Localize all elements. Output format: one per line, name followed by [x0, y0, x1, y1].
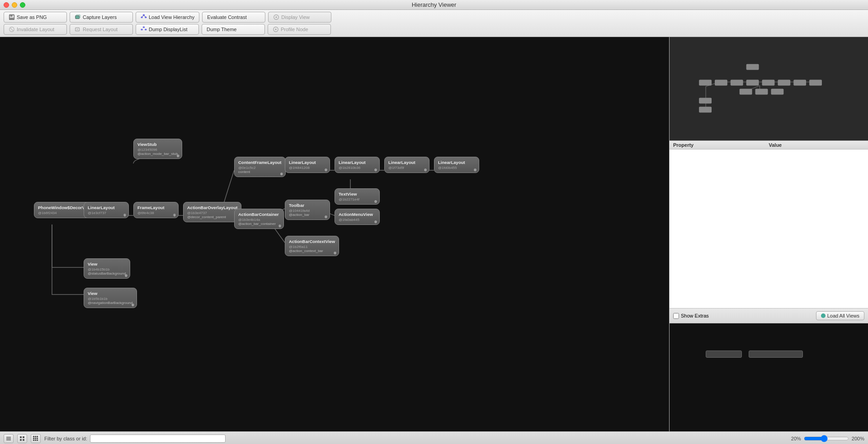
node-fl-title: FrameLayout — [137, 205, 175, 210]
capture-layers-button[interactable]: Capture Layers — [70, 12, 133, 23]
svg-rect-42 — [740, 89, 752, 95]
minimize-button[interactable] — [12, 2, 17, 8]
properties-body[interactable] — [670, 150, 868, 308]
node-cf-title: ContentFrameLayout — [238, 160, 282, 165]
load-all-views-button[interactable]: Load All Views — [816, 311, 864, 320]
node-ll5-id: @1fd0b455 — [438, 166, 475, 170]
node-actionbaroverlay[interactable]: ActionBarOverlayLayout @1b3e4737 @decor_… — [183, 202, 241, 222]
svg-point-11 — [276, 16, 278, 18]
node-viewstub[interactable]: ViewStub @12345096 @action_mode_bar_stub… — [133, 139, 182, 159]
svg-rect-7 — [145, 17, 147, 18]
node-amv-dot: 0 — [374, 220, 377, 223]
node-ll3-id: @1b2810b36 — [339, 166, 376, 170]
invalidate-icon — [9, 26, 15, 33]
node-ll5-dot: 0 — [474, 168, 476, 171]
svg-line-8 — [142, 16, 144, 17]
node-actionmenuview[interactable]: ActionMenuView @1fa0ab445 0 — [335, 209, 380, 225]
node-v1-tag: @statusBarBackground — [88, 271, 126, 276]
svg-rect-56 — [37, 436, 38, 437]
close-button[interactable] — [4, 2, 9, 8]
node-abo-tag: @decor_content_parent — [187, 215, 237, 219]
load-view-hierarchy-button[interactable]: Load View Hierarchy — [136, 12, 199, 23]
request-icon — [75, 26, 81, 33]
status-icon-1[interactable] — [4, 434, 14, 443]
node-abcv-tag: @action_context_bar — [289, 249, 335, 253]
minimap[interactable] — [670, 37, 868, 141]
list-icon — [5, 435, 12, 442]
svg-rect-2 — [10, 18, 14, 19]
node-toolbar[interactable]: Toolbar @10441fa4d @action_bar 0 — [285, 200, 330, 220]
svg-rect-6 — [141, 17, 143, 18]
preview-panel — [670, 323, 868, 431]
node-contentframe[interactable]: ContentFrameLayout @0e1c5c2 content 0 — [234, 157, 286, 177]
svg-rect-34 — [699, 80, 712, 86]
svg-rect-57 — [33, 438, 34, 439]
node-ll2[interactable]: LinearLayout @1f4841208 0 — [285, 157, 330, 173]
filter-input[interactable] — [90, 435, 226, 443]
status-icon-3[interactable] — [31, 434, 41, 443]
node-linearlayout1[interactable]: LinearLayout @1e3cf737 1 — [84, 202, 129, 218]
node-tv-id: @1b2271e4f — [339, 197, 376, 201]
preview-item-2 — [749, 351, 803, 358]
node-cf-tag: content — [238, 170, 282, 174]
toolbar-row-2: Invalidate Layout Request Layout Dump Di… — [4, 24, 864, 35]
grid-icon — [33, 435, 39, 442]
node-amv-title: ActionMenuView — [339, 212, 376, 217]
svg-rect-41 — [809, 80, 822, 86]
show-extras-checkbox[interactable] — [673, 313, 679, 319]
node-actionbarcontentview[interactable]: ActionBarContextView @1b2f6a11 @action_c… — [285, 236, 339, 256]
svg-rect-46 — [699, 107, 712, 112]
node-ll4-id: @1f73d5f — [388, 166, 425, 170]
node-textview[interactable]: TextView @1b2271e4f 0 — [335, 188, 380, 205]
properties-header: Property Value — [670, 141, 868, 150]
node-ll2-id: @1f4841208 — [289, 166, 326, 170]
node-tv-dot: 0 — [374, 200, 377, 203]
node-abcv-id: @1b2f6a11 — [289, 245, 335, 249]
svg-rect-35 — [715, 80, 727, 86]
display-view-button[interactable]: Display View — [268, 12, 331, 23]
status-icon-2[interactable] — [17, 434, 27, 443]
dump-theme-button[interactable]: Dump Theme — [202, 24, 265, 35]
svg-rect-50 — [20, 436, 22, 438]
node-abcv-dot: 0 — [334, 252, 336, 254]
node-abo-id: @1b3e4737 — [187, 211, 237, 215]
property-col-header: Property — [673, 142, 769, 148]
zoom-controls: 20% 200% — [791, 435, 864, 442]
node-view2[interactable]: View @1b5b1b1b @navigationBarBackground … — [84, 288, 137, 308]
value-col-header: Value — [769, 142, 865, 148]
main-layout: ViewStub @12345096 @action_mode_bar_stub… — [0, 37, 868, 431]
maximize-button[interactable] — [20, 2, 25, 8]
svg-line-9 — [144, 16, 146, 17]
node-ll4[interactable]: LinearLayout @1f73d5f 0 — [384, 157, 429, 173]
svg-rect-39 — [778, 80, 790, 86]
filter-section: Filter by class or id: — [44, 435, 788, 443]
svg-rect-43 — [755, 89, 768, 95]
graph-canvas[interactable]: ViewStub @12345096 @action_mode_bar_stub… — [0, 37, 669, 431]
traffic-lights — [4, 2, 25, 8]
node-actionbarcontainer[interactable]: ActionBarContainer @1b3e4b14a @action_ba… — [234, 209, 284, 229]
node-ll5[interactable]: LinearLayout @1fd0b455 0 — [434, 157, 479, 173]
node-amv-id: @1fa0ab445 — [339, 218, 376, 222]
save-png-button[interactable]: Save as PNG — [4, 12, 67, 23]
invalidate-layout-button[interactable]: Invalidate Layout — [4, 24, 67, 35]
node-ll2-dot: 0 — [325, 168, 327, 171]
dump-displaylist-button[interactable]: Dump DisplayList — [136, 24, 199, 35]
node-fl-dot: 1 — [173, 214, 176, 216]
profile-node-button[interactable]: Profile Node — [268, 24, 331, 35]
node-framelayout[interactable]: FrameLayout @6fe4c38 1 — [133, 202, 179, 218]
display-icon — [273, 14, 279, 20]
node-cf-dot: 0 — [280, 173, 283, 175]
node-tb-id: @10441fa4d — [289, 209, 326, 213]
node-v1-dot: 0 — [125, 274, 127, 277]
node-v1-title: View — [88, 262, 126, 266]
zoom-slider[interactable] — [804, 435, 849, 442]
node-ll3[interactable]: LinearLayout @1b2810b36 0 — [335, 157, 380, 173]
show-extras-container: Show Extras — [673, 313, 709, 319]
svg-rect-33 — [746, 64, 759, 70]
node-abc-dot: 1 — [278, 224, 281, 227]
request-layout-button[interactable]: Request Layout — [70, 24, 133, 35]
tree-icon — [19, 435, 25, 442]
evaluate-contrast-button[interactable]: Evaluate Contrast — [202, 12, 265, 23]
node-abc-title: ActionBarContainer — [238, 212, 280, 217]
node-view1[interactable]: View @1b4b15b1b @statusBarBackground 0 — [84, 258, 130, 279]
